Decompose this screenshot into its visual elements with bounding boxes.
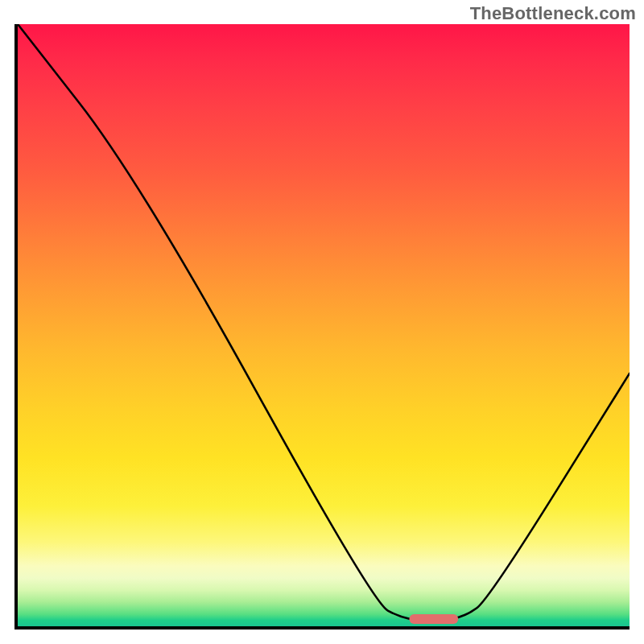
chart-marker [409,614,458,624]
chart-overlay [18,24,630,626]
watermark-text: TheBottleneck.com [470,3,636,24]
chart-plot-area [14,24,630,630]
chart-curve [18,24,630,621]
